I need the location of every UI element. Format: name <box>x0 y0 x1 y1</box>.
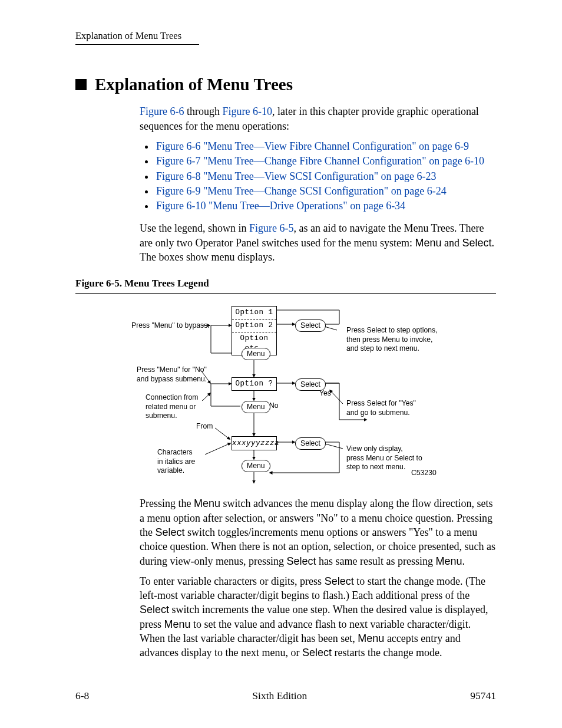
select-switch-label: Select <box>462 237 491 249</box>
link-fig-6-7-full[interactable]: Figure 6-7 "Menu Tree—Change Fibre Chann… <box>156 155 484 167</box>
link-fig-6-6[interactable]: Figure 6-6 <box>140 106 184 117</box>
text: and go to submenu. <box>346 409 416 417</box>
section-heading: Explanation of Menu Trees <box>75 73 496 96</box>
text: Press Select to step options, <box>346 326 437 335</box>
menu-tree-legend-diagram: Option 1 Option 2 Option etc. Select Men… <box>75 302 496 485</box>
text: Pressing the <box>140 498 194 509</box>
text: related menu or <box>146 403 198 411</box>
text: Connection from <box>146 393 198 402</box>
list-item: Figure 6-7 "Menu Tree—Change Fibre Chann… <box>155 154 496 168</box>
square-bullet-icon <box>75 79 87 90</box>
svg-line-22 <box>205 443 230 454</box>
select-switch-label: Select <box>156 526 185 538</box>
body-paragraph-2: To enter variable characters or digits, … <box>140 574 496 660</box>
svg-line-16 <box>330 390 343 404</box>
text: has same result as pressing <box>316 555 436 567</box>
menu-switch-label: Menu <box>358 633 384 644</box>
text: press Menu or Select to <box>346 454 422 463</box>
select-switch-label: Select <box>302 647 332 658</box>
diagram-code: C53230 <box>411 469 437 477</box>
note-press-select-step: Press Select to step options, then press… <box>346 326 437 353</box>
svg-line-17 <box>215 428 230 439</box>
list-item: Figure 6-10 "Menu Tree—Drive Operations"… <box>155 199 496 213</box>
select-switch-label: Select <box>286 555 316 567</box>
page-footer: 6-8 Sixth Edition 95741 <box>75 689 496 703</box>
select-switch-label: Select <box>140 604 169 615</box>
link-fig-6-9-full[interactable]: Figure 6-9 "Menu Tree—Change SCSI Config… <box>156 185 447 197</box>
option-question-box: Option ? <box>232 377 277 391</box>
text: then press Menu to invoke, <box>346 335 437 344</box>
svg-line-14 <box>202 393 210 401</box>
text: and <box>441 237 462 249</box>
list-item: Figure 6-6 "Menu Tree—View Fibre Channel… <box>155 139 496 153</box>
note-connection: Connection from related menu or submenu. <box>146 393 198 420</box>
body-paragraph-1: Pressing the Menu switch advances the me… <box>140 496 496 568</box>
text: Press "Menu" for "No" <box>137 365 207 374</box>
link-fig-6-8-full[interactable]: Figure 6-8 "Menu Tree—View SCSI Configur… <box>156 170 437 182</box>
menu-oval: Menu <box>242 460 270 472</box>
text: To enter variable characters or digits, … <box>140 575 325 587</box>
svg-line-21 <box>323 443 343 449</box>
menu-oval: Menu <box>242 348 270 360</box>
link-fig-6-6-full[interactable]: Figure 6-6 "Menu Tree—View Fibre Channel… <box>156 140 469 152</box>
variable-text: xxxyyyzzza <box>232 439 279 447</box>
list-item: Figure 6-8 "Menu Tree—View SCSI Configur… <box>155 169 496 183</box>
text: Press Select for "Yes" <box>346 399 416 408</box>
link-fig-6-5[interactable]: Figure 6-5 <box>249 222 294 234</box>
text: variable. <box>157 466 195 475</box>
yes-label: Yes <box>319 389 331 398</box>
select-switch-label: Select <box>325 575 354 587</box>
running-header: Explanation of Menu Trees <box>75 29 199 45</box>
text: in italics are <box>157 457 195 466</box>
select-oval: Select <box>295 437 326 449</box>
doc-number: 95741 <box>470 689 496 703</box>
link-fig-6-10-full[interactable]: Figure 6-10 "Menu Tree—Drive Operations"… <box>156 200 405 212</box>
legend-paragraph: Use the legend, shown in Figure 6-5, as … <box>140 221 496 264</box>
intro-paragraph: Figure 6-6 through Figure 6-10, later in… <box>140 104 496 133</box>
edition-label: Sixth Edition <box>252 689 307 703</box>
option-2-label: Option 2 <box>232 319 276 332</box>
note-view-only: View only display, press Menu or Select … <box>346 444 422 472</box>
menu-switch-label: Menu <box>164 618 191 630</box>
note-press-menu-no: Press "Menu" for "No" and bypass submenu… <box>137 365 207 384</box>
text: submenu. <box>146 411 198 420</box>
text: restarts the change mode. <box>332 647 442 658</box>
text: and step to next menu. <box>346 344 437 353</box>
list-item: Figure 6-9 "Menu Tree—Change SCSI Config… <box>155 184 496 198</box>
menu-switch-label: Menu <box>194 498 220 509</box>
heading-text: Explanation of Menu Trees <box>95 73 293 96</box>
figure-rule <box>75 293 496 294</box>
text: through <box>184 106 223 117</box>
note-italics-variable: Characters in italics are variable. <box>157 448 195 475</box>
note-press-menu-bypass: Press "Menu" to bypass. <box>131 321 210 330</box>
page-number: 6-8 <box>75 689 89 703</box>
menu-switch-label: Menu <box>415 237 441 249</box>
menu-switch-label: Menu <box>435 555 462 567</box>
no-label: No <box>269 401 279 410</box>
figure-caption: Figure 6-5. Menu Trees Legend <box>75 277 496 291</box>
menu-oval: Menu <box>242 401 270 413</box>
option-1-label: Option 1 <box>232 307 276 319</box>
bullet-list: Figure 6-6 "Menu Tree—View Fibre Channel… <box>140 139 496 213</box>
text: . <box>462 555 465 567</box>
note-press-select-yes: Press Select for "Yes" and go to submenu… <box>346 399 416 417</box>
text: Characters <box>157 448 195 457</box>
select-oval: Select <box>295 319 326 331</box>
link-fig-6-10[interactable]: Figure 6-10 <box>223 106 273 117</box>
text: Use the legend, shown in <box>140 222 249 234</box>
from-label: From <box>196 422 213 431</box>
variable-box: xxxyyyzzza <box>232 436 277 450</box>
text: and bypass submenu. <box>137 375 207 384</box>
text: View only display, <box>346 444 422 453</box>
